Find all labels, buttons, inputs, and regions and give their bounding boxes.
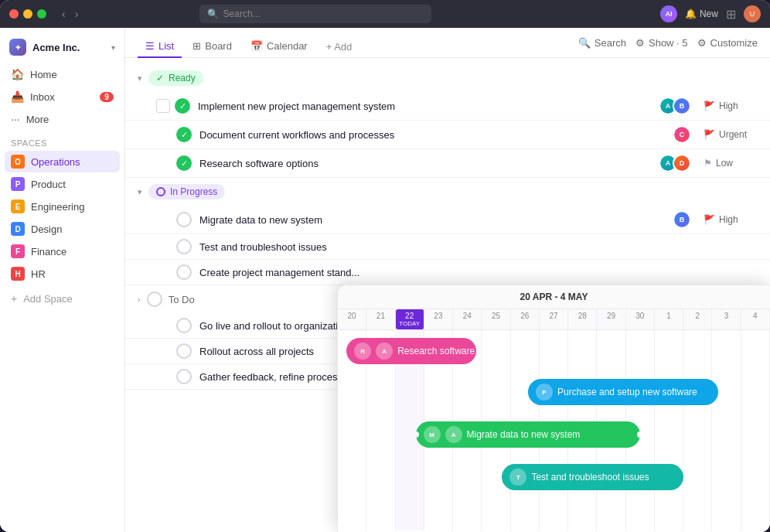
brand-name: Acme Inc. — [32, 42, 80, 53]
gantt-date-today: 22TODAY — [396, 309, 424, 329]
board-icon: ⊞ — [192, 40, 201, 52]
user-avatar[interactable]: U — [744, 5, 761, 22]
design-dot: D — [11, 222, 25, 236]
gantt-date: 21 — [366, 309, 395, 329]
priority-badge: 🚩 High — [704, 214, 758, 225]
brand[interactable]: ✦ Acme Inc. ▾ — [0, 34, 124, 63]
maximize-button[interactable] — [37, 9, 46, 19]
gantt-bar-avatar: R — [354, 343, 371, 360]
sidebar-item-label: Inbox — [30, 91, 55, 103]
tab-board[interactable]: ⊞ Board — [185, 36, 240, 58]
spaces-section-title: Spaces — [0, 131, 124, 151]
task-complete-icon: ✓ — [176, 127, 192, 142]
tab-list[interactable]: ☰ List — [138, 36, 182, 58]
gantt-date: 30 — [626, 309, 655, 329]
gantt-date: 2 — [683, 309, 712, 329]
new-button[interactable]: 🔔 New — [685, 9, 718, 19]
close-button[interactable] — [9, 9, 19, 19]
back-arrow-icon[interactable]: ‹ — [59, 6, 69, 22]
add-space-button[interactable]: + Add Space — [0, 288, 124, 309]
task-row[interactable]: ⠿ ✓ Implement new project management sys… — [125, 92, 770, 121]
plus-icon: + — [11, 292, 17, 305]
gantt-bar[interactable]: M A Migrate data to new system — [416, 421, 641, 448]
ai-badge[interactable]: AI — [660, 5, 677, 22]
flag-icon: 🚩 — [704, 214, 715, 225]
priority-badge: ⚑ Low — [704, 158, 758, 169]
operations-dot: O — [11, 155, 25, 169]
ready-badge: ✓ Ready — [148, 70, 203, 86]
gantt-date: 25 — [482, 309, 510, 329]
task-row[interactable]: ⠿ Migrate data to new system B 🚩 High — [125, 206, 770, 234]
gantt-date: 4 — [741, 309, 770, 329]
tab-calendar[interactable]: 📅 Calendar — [243, 36, 315, 58]
gantt-bar-avatar: M — [424, 426, 441, 443]
hr-dot: H — [11, 267, 25, 281]
gantt-bar[interactable]: R A Research software options — [346, 338, 476, 364]
sidebar-item-home[interactable]: 🏠 Home — [5, 63, 120, 85]
flag-icon: ⚑ — [704, 158, 712, 169]
priority-label: Urgent — [719, 129, 747, 140]
gantt-panel: 20 APR - 4 MAY 20 21 22TODAY 23 24 25 26… — [337, 285, 770, 532]
sidebar-item-label: Operations — [31, 156, 80, 168]
task-row[interactable]: ⠿ ✓ Research software options A D ⚑ Low — [125, 149, 770, 178]
bell-icon: 🔔 — [685, 9, 697, 19]
gantt-bar[interactable]: P Purchase and setup new software — [528, 379, 718, 405]
group-ready-header[interactable]: ▾ ✓ Ready — [125, 64, 770, 92]
search-icon: 🔍 — [207, 9, 219, 19]
gantt-bar-avatar: P — [536, 384, 553, 401]
task-row[interactable]: ⠿ ✓ Document current workflows and proce… — [125, 121, 770, 149]
task-name: Test and troubleshoot issues — [199, 241, 758, 253]
gantt-bar-label: Purchase and setup new software — [557, 387, 697, 397]
add-view-button[interactable]: + Add — [319, 36, 360, 57]
priority-label: Low — [716, 158, 733, 169]
task-complete-icon: ✓ — [176, 155, 192, 171]
gantt-bar-avatar: A — [376, 343, 393, 360]
sidebar-item-hr[interactable]: H HR — [5, 263, 120, 285]
task-avatars: B — [673, 210, 691, 229]
task-empty-icon — [176, 369, 192, 384]
sidebar-item-finance[interactable]: F Finance — [5, 240, 120, 262]
gantt-date-range: 20 APR - 4 MAY — [347, 292, 761, 302]
gantt-bar-avatar: A — [445, 426, 462, 443]
sidebar-item-design[interactable]: D Design — [5, 218, 120, 240]
customize-icon: ⚙ — [697, 37, 707, 49]
show-action[interactable]: ⚙ Show · 5 — [635, 37, 688, 56]
search-placeholder: Search... — [223, 9, 261, 19]
gantt-body: R A Research software options P Purchase… — [338, 330, 770, 530]
sidebar-item-product[interactable]: P Product — [5, 173, 120, 195]
task-checkbox[interactable] — [156, 99, 170, 113]
sidebar-item-label: Design — [31, 223, 62, 235]
gantt-date: 27 — [540, 309, 568, 329]
gantt-date: 23 — [424, 309, 453, 329]
bar-dot — [637, 431, 640, 438]
sidebar-item-label: Product — [31, 179, 66, 190]
task-complete-icon: ✓ — [175, 98, 190, 114]
in-progress-check-icon — [156, 187, 165, 196]
customize-action[interactable]: ⚙ Customize — [697, 37, 758, 56]
content-wrapper: ▾ ✓ Ready ⠿ ✓ Implement new project mana… — [125, 58, 770, 532]
title-search[interactable]: 🔍 Search... — [199, 5, 431, 23]
group-inprogress-header[interactable]: ▾ In Progress — [125, 178, 770, 206]
sidebar-item-inbox[interactable]: 📥 Inbox 9 — [5, 86, 120, 107]
gantt-bar-label: Research software options — [397, 346, 476, 356]
add-view-label: + Add — [326, 41, 353, 53]
priority-badge: 🚩 Urgent — [704, 129, 758, 140]
finance-dot: F — [11, 244, 25, 258]
flag-icon: 🚩 — [704, 101, 715, 111]
gantt-date: 20 — [338, 309, 366, 329]
forward-arrow-icon[interactable]: › — [72, 6, 82, 22]
sidebar-item-more[interactable]: ··· More — [5, 108, 120, 130]
task-row[interactable]: ⠿ Create project management stand... — [125, 260, 770, 285]
minimize-button[interactable] — [23, 9, 32, 19]
search-action[interactable]: 🔍 Search — [578, 37, 626, 56]
gantt-bar[interactable]: T Test and troubleshoot issues — [502, 464, 683, 490]
gantt-date: 24 — [453, 309, 482, 329]
home-icon: 🏠 — [11, 68, 24, 80]
sidebar-item-engineering[interactable]: E Engineering — [5, 196, 120, 217]
priority-label: High — [719, 214, 738, 225]
grid-icon[interactable]: ⊞ — [726, 7, 736, 22]
sidebar-item-operations[interactable]: O Operations — [5, 151, 120, 172]
toolbar: ☰ List ⊞ Board 📅 Calendar + Add 🔍 — [125, 28, 770, 58]
gantt-date: 3 — [712, 309, 741, 329]
task-row[interactable]: ⠿ Test and troubleshoot issues — [125, 234, 770, 260]
